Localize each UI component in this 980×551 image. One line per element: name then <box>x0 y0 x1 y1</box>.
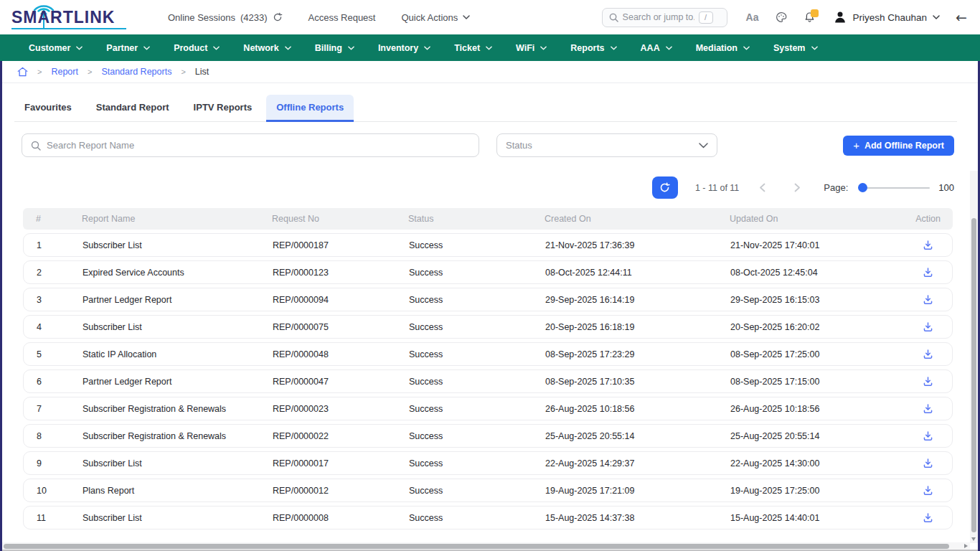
tab-favourites[interactable]: Favourites <box>14 95 82 122</box>
nav-item-reports[interactable]: Reports <box>570 43 616 53</box>
table-row: 4 Subscriber List REP/0000075 Success 20… <box>23 315 953 339</box>
nav-item-system[interactable]: System <box>773 43 817 53</box>
scroll-down-arrow-icon[interactable] <box>971 537 976 541</box>
download-icon <box>923 267 933 278</box>
cell-request-no: REP/0000094 <box>273 295 409 305</box>
download-icon <box>923 430 933 441</box>
refresh-table-button[interactable] <box>652 176 678 199</box>
cell-updated-on: 19-Aug-2025 17:25:00 <box>730 486 904 496</box>
text-size-toggle[interactable]: Aa <box>746 11 759 23</box>
status-select[interactable]: Status <box>496 133 717 157</box>
refresh-icon[interactable] <box>273 12 283 22</box>
download-report-button[interactable] <box>921 238 935 252</box>
nav-item-partner[interactable]: Partner <box>106 43 150 53</box>
smartlink-logo[interactable]: SMARTLINK <box>10 3 132 32</box>
vertical-scrollbar[interactable] <box>970 171 978 543</box>
cell-status: Success <box>409 404 545 414</box>
top-header: SMARTLINK Online Sessions (4233) Access … <box>0 0 980 34</box>
nav-item-aaa[interactable]: AAA <box>641 43 672 53</box>
horizontal-scrollbar-thumb[interactable] <box>4 544 949 549</box>
previous-page-icon[interactable] <box>759 183 765 192</box>
download-report-button[interactable] <box>921 484 935 497</box>
cell-created-on: 25-Aug-2025 20:55:14 <box>545 431 730 441</box>
chevron-down-icon <box>611 46 617 50</box>
cell-status: Success <box>409 431 545 441</box>
theme-palette-icon[interactable] <box>775 11 788 24</box>
header-actions: / Aa Priyesh Chauhan ← <box>602 8 967 27</box>
download-report-button[interactable] <box>921 402 935 415</box>
cell-index: 5 <box>37 349 83 359</box>
breadcrumb-link-report[interactable]: Report <box>51 67 78 77</box>
cell-index: 2 <box>37 268 83 278</box>
nav-item-mediation[interactable]: Mediation <box>696 43 750 53</box>
next-page-icon[interactable] <box>794 183 801 192</box>
refresh-icon <box>659 182 670 193</box>
cell-updated-on: 21-Nov-2025 17:40:01 <box>730 240 904 250</box>
home-icon[interactable] <box>17 67 28 77</box>
breadcrumb-separator: > <box>88 67 92 76</box>
report-search-box[interactable] <box>22 133 479 157</box>
quick-actions-menu[interactable]: Quick Actions <box>401 12 470 23</box>
main-nav: Customer Partner Product Network Billing… <box>0 34 980 61</box>
user-profile-menu[interactable]: Priyesh Chauhan <box>833 10 941 24</box>
search-icon <box>31 141 41 151</box>
table-row: 7 Subscriber Registration & Renewals REP… <box>23 397 953 420</box>
cell-updated-on: 25-Aug-2025 20:55:14 <box>730 431 904 441</box>
cell-index: 4 <box>37 322 83 332</box>
notifications-bell-icon[interactable] <box>804 11 816 24</box>
cell-request-no: REP/0000187 <box>273 240 409 250</box>
cell-updated-on: 20-Sep-2025 16:20:02 <box>730 322 904 332</box>
cell-report-name: Static IP Allocation <box>83 349 273 359</box>
download-report-button[interactable] <box>921 429 935 443</box>
vertical-scrollbar-thumb[interactable] <box>971 218 976 532</box>
cell-report-name: Subscriber List <box>83 240 273 250</box>
nav-item-wifi[interactable]: WiFi <box>516 43 547 53</box>
cell-created-on: 15-Aug-2025 14:37:38 <box>545 513 730 523</box>
offline-reports-table: # Report Name Request No Status Created … <box>23 208 953 529</box>
global-search-box[interactable]: / <box>602 8 727 27</box>
nav-item-customer[interactable]: Customer <box>29 43 83 53</box>
nav-item-product[interactable]: Product <box>174 43 220 53</box>
breadcrumb-link-standard-reports[interactable]: Standard Reports <box>101 67 171 77</box>
report-search-input[interactable] <box>47 140 470 151</box>
horizontal-scrollbar[interactable] <box>2 542 970 550</box>
nav-item-billing[interactable]: Billing <box>315 43 354 53</box>
logo-underline <box>11 28 126 29</box>
download-report-button[interactable] <box>921 375 935 388</box>
download-report-button[interactable] <box>921 320 935 334</box>
col-header-request-no: Request No <box>272 214 408 224</box>
cell-updated-on: 08-Sep-2025 17:15:00 <box>730 377 904 387</box>
download-report-button[interactable] <box>921 347 935 361</box>
nav-item-network[interactable]: Network <box>243 43 291 53</box>
tab-offline-reports[interactable]: Offline Reports <box>266 95 354 122</box>
download-report-button[interactable] <box>921 511 935 524</box>
access-request-link[interactable]: Access Request <box>308 12 376 23</box>
slider-thumb[interactable] <box>858 183 867 192</box>
online-sessions[interactable]: Online Sessions (4233) <box>168 12 283 23</box>
page-slider[interactable] <box>858 183 930 193</box>
scroll-right-arrow-icon[interactable] <box>964 544 968 548</box>
cell-index: 3 <box>37 295 83 305</box>
slider-track <box>858 187 930 189</box>
tab-iptv-reports[interactable]: IPTV Reports <box>184 95 263 122</box>
cell-report-name: Subscriber Registration & Renewals <box>83 431 273 441</box>
header-quick-links: Online Sessions (4233) Access Request Qu… <box>168 12 470 23</box>
nav-item-inventory[interactable]: Inventory <box>378 43 430 53</box>
download-report-button[interactable] <box>921 293 935 306</box>
collapse-back-arrow[interactable]: ← <box>956 11 967 24</box>
tab-standard-report[interactable]: Standard Report <box>86 95 179 122</box>
col-header-updated-on: Updated On <box>730 214 903 224</box>
cell-created-on: 19-Aug-2025 17:21:09 <box>545 486 730 496</box>
download-report-button[interactable] <box>921 265 935 279</box>
cell-updated-on: 29-Sep-2025 16:15:03 <box>730 295 904 305</box>
cell-updated-on: 15-Aug-2025 14:40:01 <box>730 513 904 523</box>
breadcrumb-separator: > <box>37 67 42 76</box>
download-icon <box>923 321 933 332</box>
download-report-button[interactable] <box>921 456 935 470</box>
add-offline-report-button[interactable]: + Add Offline Report <box>843 136 954 156</box>
col-header-report-name: Report Name <box>82 214 272 224</box>
nav-item-ticket[interactable]: Ticket <box>454 43 492 53</box>
table-header-row: # Report Name Request No Status Created … <box>23 208 953 230</box>
cell-status: Success <box>409 513 545 523</box>
global-search-input[interactable] <box>623 12 694 22</box>
